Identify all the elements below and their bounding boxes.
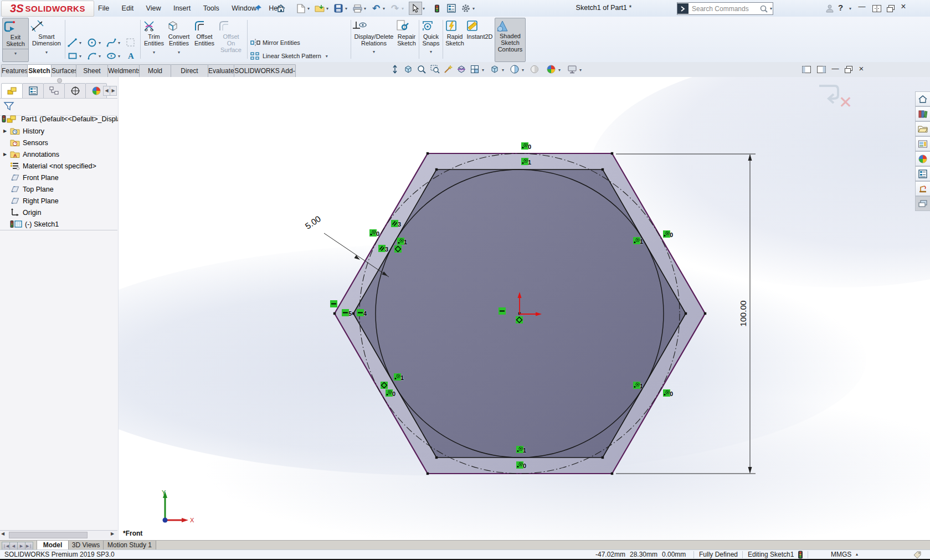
ellipse-tool[interactable] — [105, 50, 117, 62]
panel-splitter-handle[interactable] — [57, 78, 62, 83]
search-caret[interactable]: ▾ — [770, 6, 772, 11]
previous-view-icon[interactable] — [389, 63, 401, 75]
circle-caret[interactable]: ▾ — [99, 40, 101, 45]
relation-bar-icon[interactable] — [330, 300, 337, 307]
display-style-icon[interactable] — [508, 63, 521, 75]
tree-item-right-plane[interactable]: Right Plane — [0, 195, 118, 207]
tree-item-history[interactable]: ▶ History — [0, 125, 118, 137]
hide-show-items-icon[interactable] — [528, 63, 541, 75]
restore-button[interactable] — [885, 2, 897, 14]
trim-entities-button[interactable]: TrimEntities ▾ — [142, 18, 166, 61]
tree-item-sketch1[interactable]: (-) Sketch1 — [0, 218, 118, 230]
shaded-sketch-contours-button[interactable]: Shaded Sketch Contours — [495, 18, 526, 62]
design-library-icon[interactable] — [915, 106, 930, 121]
relation-gear-icon[interactable]: 0 — [663, 389, 670, 397]
tree-item-annotations[interactable]: ▶ A Annotations — [0, 148, 118, 160]
appearance-caret[interactable]: ▾ — [558, 68, 561, 73]
circle-tool[interactable] — [86, 37, 98, 49]
instant2d-button[interactable]: Instant2D — [466, 18, 494, 61]
sketch-text-tool[interactable]: A — [125, 50, 137, 62]
rectangle-caret[interactable]: ▾ — [79, 54, 81, 59]
relation-gear-icon[interactable]: 1 — [633, 382, 640, 389]
relation-gear-icon[interactable]: 0 — [386, 389, 393, 397]
tab-sketch[interactable]: Sketch — [27, 64, 52, 78]
doc-restore-button[interactable] — [842, 63, 855, 75]
search-commands-box[interactable]: Search Commands ▾ — [677, 2, 773, 15]
print-icon[interactable] — [351, 2, 363, 14]
expander-icon[interactable]: ▶ — [0, 129, 10, 133]
scrollbar-thumb[interactable] — [9, 532, 88, 538]
cam-icon[interactable] — [915, 181, 930, 196]
traffic-light-icon[interactable] — [431, 2, 443, 14]
options-caret[interactable]: ▾ — [472, 6, 475, 11]
tab-addins[interactable]: SOLIDWORKS Add-Ins — [234, 64, 296, 77]
convert-entities-button[interactable]: ConvertEntities ▾ — [166, 18, 192, 61]
pane-left-icon[interactable] — [800, 63, 813, 75]
exit-sketch-button[interactable]: Exit Sketch ▾ — [2, 18, 29, 62]
tab-weldments[interactable]: Weldments — [107, 64, 140, 77]
panel-h-scrollbar[interactable]: ◀ ▶ — [0, 530, 117, 539]
menu-insert[interactable]: Insert — [168, 0, 196, 17]
display-delete-relations-button[interactable]: Display/Delete Relations ▾ — [353, 18, 395, 61]
new-caret[interactable]: ▾ — [307, 6, 310, 11]
help-icon[interactable]: ? — [838, 3, 843, 12]
tab-model[interactable]: Model — [37, 541, 69, 550]
tree-item-material[interactable]: Material <not specified> — [0, 160, 118, 172]
menu-edit[interactable]: Edit — [117, 0, 139, 17]
mirror-entities-button[interactable]: Mirror Entities — [250, 37, 300, 49]
rotate-view-icon[interactable] — [442, 63, 454, 75]
help-caret[interactable]: ▾ — [849, 6, 851, 11]
relation-bar-icon[interactable]: 5 — [342, 309, 349, 316]
new-document-icon[interactable] — [295, 2, 307, 14]
linear-pattern-caret[interactable]: ▾ — [326, 54, 328, 59]
tree-item-top-plane[interactable]: Top Plane — [0, 183, 118, 195]
relation-dia-icon[interactable] — [381, 382, 388, 389]
menu-file[interactable]: File — [93, 0, 114, 17]
tab-mold-tools[interactable]: Mold Tools — [139, 64, 171, 77]
open-caret[interactable]: ▾ — [326, 6, 328, 11]
units-label[interactable]: MMGS — [831, 551, 851, 559]
quick-snaps-caret[interactable]: ▾ — [430, 49, 432, 54]
search-input[interactable]: Search Commands — [688, 5, 759, 13]
tree-item-front-plane[interactable]: Front Plane — [0, 172, 118, 183]
smart-dimension-button[interactable]: Smart Dimension ▾ — [30, 18, 63, 61]
repair-sketch-button[interactable]: RepairSketch — [395, 18, 418, 61]
relation-gear-icon[interactable]: 0 — [369, 229, 377, 237]
print-caret[interactable]: ▾ — [364, 6, 366, 11]
line-tool[interactable] — [66, 37, 79, 49]
ellipse-caret[interactable]: ▾ — [118, 54, 120, 59]
spline-caret[interactable]: ▾ — [118, 40, 120, 45]
quick-snaps-button[interactable]: QuickSnaps ▾ — [421, 18, 441, 61]
view-settings-icon[interactable] — [566, 63, 578, 75]
zoom-to-area-icon[interactable] — [429, 63, 441, 75]
line-caret[interactable]: ▾ — [79, 40, 81, 45]
relation-gear-icon[interactable]: 0 — [521, 142, 528, 150]
arc-caret[interactable]: ▾ — [99, 54, 101, 59]
options-gear-icon[interactable] — [460, 2, 472, 14]
rapid-sketch-button[interactable]: RapidSketch — [445, 18, 465, 61]
propertymanager-tab[interactable] — [22, 83, 44, 99]
appearances-icon[interactable] — [915, 151, 930, 166]
rectangle-tool[interactable] — [66, 50, 79, 62]
zoom-to-fit-icon[interactable] — [402, 63, 414, 75]
undo-caret[interactable]: ▾ — [383, 6, 385, 11]
spline-tool[interactable] — [105, 37, 117, 49]
tree-item-sensors[interactable]: Sensors — [0, 137, 118, 148]
relation-gear-icon[interactable]: 1 — [633, 237, 640, 244]
tab-surfaces[interactable]: Surfaces — [51, 64, 76, 77]
pin-menu-icon[interactable] — [252, 2, 264, 14]
panel-tab-scroll-right[interactable]: ▶ — [110, 86, 117, 96]
relation-gear-icon[interactable]: 1 — [397, 238, 404, 245]
tab-evaluate[interactable]: Evaluate — [208, 64, 234, 77]
tab-features[interactable]: Features — [1, 64, 28, 77]
relation-par-icon[interactable]: 3 — [378, 245, 386, 252]
convert-caret[interactable]: ▾ — [178, 50, 180, 55]
relation-dia-icon[interactable] — [516, 316, 523, 323]
smart-dimension-caret[interactable]: ▾ — [45, 50, 48, 55]
home-icon[interactable] — [275, 2, 287, 14]
view-orientation-caret[interactable]: ▾ — [502, 68, 504, 73]
tab-sheet-metal[interactable]: Sheet Metal — [76, 64, 108, 77]
select-cursor-icon[interactable] — [409, 2, 422, 15]
display-style-caret[interactable]: ▾ — [522, 68, 524, 73]
properties-icon[interactable] — [445, 2, 458, 14]
